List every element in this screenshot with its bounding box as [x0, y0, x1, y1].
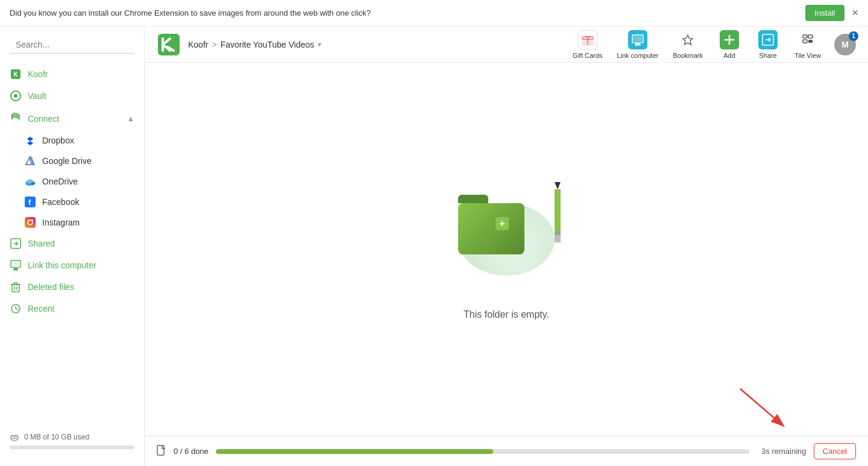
svg-marker-5	[28, 157, 34, 165]
link-icon	[10, 259, 22, 271]
connect-sub-items: Dropbox Google Drive	[0, 130, 144, 233]
share-label: Share	[759, 52, 776, 59]
logo	[157, 33, 181, 57]
gift-cards-label: Gift Cards	[573, 52, 603, 59]
sidebar-item-dropbox-label: Dropbox	[42, 136, 74, 145]
sidebar-item-link-computer[interactable]: Link this computer	[0, 254, 144, 276]
pencil-eraser	[555, 235, 561, 242]
svg-rect-16	[12, 262, 19, 266]
breadcrumb-chevron-icon[interactable]: ▾	[318, 40, 321, 49]
sidebar-item-dropbox[interactable]: Dropbox	[0, 130, 144, 151]
star-icon	[681, 33, 694, 46]
link-computer-icon	[628, 30, 647, 49]
sidebar-item-recent-label: Recent	[28, 304, 54, 313]
add-label: Add	[723, 52, 735, 59]
sidebar-item-connect[interactable]: Connect ▲	[0, 107, 144, 130]
tile-view-icon	[798, 30, 817, 49]
svg-marker-38	[683, 35, 693, 45]
empty-illustration: +	[446, 179, 567, 300]
remaining-text: 3s remaining	[761, 447, 806, 456]
gift-icon	[581, 33, 594, 46]
svg-rect-36	[635, 43, 640, 45]
connect-icon	[10, 112, 22, 125]
vault-icon	[10, 90, 22, 102]
storage-bar-bg	[10, 446, 134, 449]
app-body: K Koofr Vault C	[0, 27, 868, 466]
header: Koofr > Favorite YouTube Videos ▾	[145, 27, 868, 63]
pencil-body	[555, 189, 561, 231]
storage-used-label: 0 MB of 10 GB used	[24, 433, 89, 441]
sidebar-item-instagram[interactable]: Instagram	[0, 212, 144, 233]
sidebar-item-koofr[interactable]: K Koofr	[0, 63, 144, 85]
svg-rect-43	[803, 35, 807, 38]
gdrive-icon	[24, 155, 36, 167]
banner-text: Did you know you can install our Chrome …	[10, 8, 805, 17]
banner-close-button[interactable]: ×	[852, 7, 858, 19]
notification-banner: Did you know you can install our Chrome …	[0, 0, 868, 27]
dropbox-icon	[24, 134, 36, 146]
bookmark-button[interactable]: Bookmark	[667, 27, 709, 63]
sidebar-item-facebook-label: Facebook	[42, 197, 79, 207]
facebook-icon: f	[24, 196, 36, 208]
chevron-up-icon: ▲	[127, 115, 134, 123]
bottom-bar: 0 / 6 done 3s remaining Cancel	[145, 436, 868, 466]
link-computer-button[interactable]: Link computer	[611, 27, 664, 63]
tile-view-button[interactable]: Tile View	[788, 27, 827, 63]
svg-text:f: f	[28, 198, 31, 207]
breadcrumb-root[interactable]: Koofr	[188, 40, 208, 49]
progress-text: 0 / 6 done	[174, 447, 209, 456]
main-content: Koofr > Favorite YouTube Videos ▾	[145, 27, 868, 466]
sidebar-item-shared[interactable]: Shared	[0, 233, 144, 254]
svg-rect-18	[13, 269, 18, 271]
sidebar-item-link-computer-label: Link this computer	[28, 260, 96, 270]
instagram-icon	[24, 216, 36, 228]
bookmark-icon	[678, 30, 697, 49]
trash-icon	[10, 281, 22, 293]
sidebar-item-recent[interactable]: Recent	[0, 298, 144, 320]
pencil-tip	[555, 182, 561, 189]
svg-rect-21	[14, 283, 17, 285]
svg-point-8	[27, 180, 33, 184]
sidebar-item-vault-label: Vault	[28, 91, 46, 101]
cloud-icon	[10, 432, 19, 442]
sidebar: K Koofr Vault C	[0, 27, 145, 466]
sidebar-item-onedrive[interactable]: OneDrive	[0, 171, 144, 192]
svg-rect-11	[25, 217, 36, 228]
svg-line-26	[16, 309, 18, 310]
share-svg-icon	[761, 33, 775, 46]
user-avatar[interactable]: M 1	[834, 34, 856, 55]
cancel-button[interactable]: Cancel	[814, 443, 856, 459]
header-actions: Gift Cards Link computer	[567, 27, 856, 63]
search-input[interactable]	[10, 36, 134, 54]
share-icon	[758, 30, 778, 49]
gift-cards-button[interactable]: Gift Cards	[567, 27, 609, 63]
add-button[interactable]: Add	[711, 27, 747, 63]
tile-view-label: Tile View	[794, 52, 821, 59]
sidebar-item-deleted[interactable]: Deleted files	[0, 276, 144, 298]
computer-link-icon	[631, 33, 644, 46]
sidebar-item-onedrive-label: OneDrive	[42, 177, 78, 186]
storage-section: 0 MB of 10 GB used	[0, 425, 144, 456]
svg-rect-45	[803, 40, 807, 43]
sidebar-item-shared-label: Shared	[28, 239, 55, 248]
breadcrumb-current: Favorite YouTube Videos	[221, 40, 315, 49]
folder-tab	[458, 195, 488, 203]
link-computer-label: Link computer	[617, 52, 658, 59]
install-button[interactable]: Install	[805, 5, 845, 21]
svg-text:K: K	[13, 71, 18, 78]
storage-text: 0 MB of 10 GB used	[10, 432, 134, 442]
sidebar-item-gdrive[interactable]: Google Drive	[0, 151, 144, 171]
svg-point-13	[32, 219, 33, 221]
svg-point-3	[14, 94, 17, 98]
svg-rect-35	[634, 36, 642, 42]
share-button[interactable]: Share	[750, 27, 786, 63]
sidebar-item-deleted-label: Deleted files	[28, 282, 74, 292]
progress-bar-container	[216, 449, 749, 454]
breadcrumb-separator: >	[212, 40, 216, 49]
sidebar-item-facebook[interactable]: f Facebook	[0, 192, 144, 212]
sidebar-item-vault[interactable]: Vault	[0, 85, 144, 107]
document-icon	[157, 445, 166, 456]
koofr-icon: K	[10, 68, 22, 80]
svg-rect-44	[808, 35, 813, 38]
svg-rect-30	[158, 34, 180, 55]
